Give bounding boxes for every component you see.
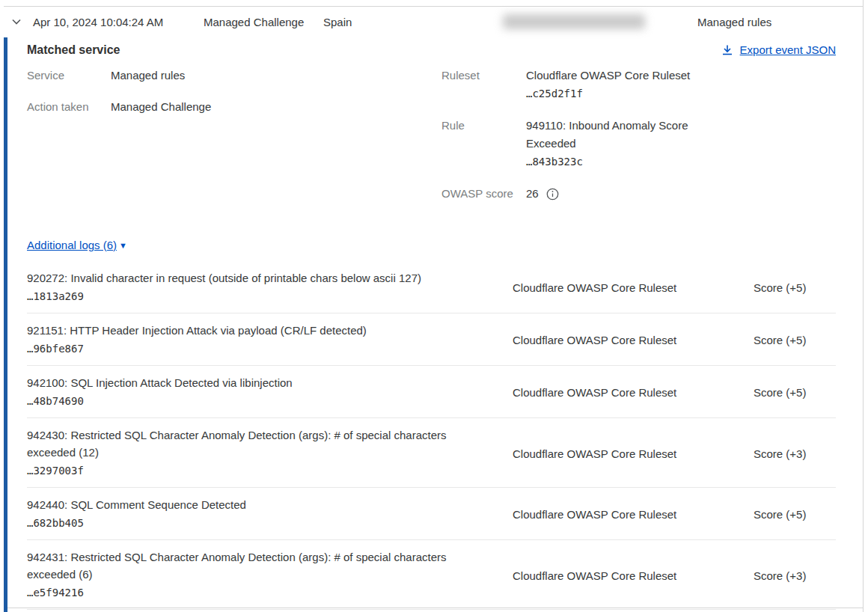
- log-description: 920272: Invalid character in request (ou…: [27, 269, 483, 287]
- event-summary-row[interactable]: Apr 10, 2024 10:04:24 AM Managed Challen…: [4, 6, 864, 37]
- panel-title: Matched service: [27, 43, 120, 57]
- log-score: Score (+5): [754, 508, 836, 521]
- owasp-score-label: OWASP score: [441, 185, 526, 203]
- log-score: Score (+5): [754, 281, 836, 294]
- log-rule-id-hash: …48b74690: [27, 391, 483, 411]
- details-right-column: Ruleset Cloudflare OWASP Core Ruleset …c…: [441, 67, 713, 216]
- additional-logs-toggle[interactable]: Additional logs (6) ▼: [27, 239, 127, 251]
- log-score: Score (+5): [754, 386, 836, 399]
- download-icon: [721, 44, 733, 56]
- log-description-column: 921151: HTTP Header Injection Attack via…: [27, 322, 513, 358]
- log-rule-id-hash: …3297003f: [27, 461, 483, 480]
- log-description-column: 942440: SQL Comment Sequence Detected …6…: [27, 496, 513, 533]
- log-description: 942100: SQL Injection Attack Detected vi…: [27, 374, 483, 391]
- next-row-top-border: [7, 608, 864, 608]
- log-description: 942430: Restricted SQL Character Anomaly…: [27, 426, 483, 461]
- event-detail-panel: Matched service Export event JSON Servic…: [7, 36, 863, 612]
- service-label: Service: [27, 67, 111, 85]
- log-rule-id-hash: …96bfe867: [27, 339, 483, 358]
- rule-label: Rule: [441, 117, 526, 171]
- additional-logs-list: 920272: Invalid character in request (ou…: [27, 261, 836, 610]
- log-ruleset: Cloudflare OWASP Core Ruleset: [513, 281, 754, 294]
- log-description: 942431: Restricted SQL Character Anomaly…: [27, 548, 483, 583]
- log-description: 942440: SQL Comment Sequence Detected: [27, 496, 483, 513]
- rule-id-hash: …843b323c: [526, 153, 713, 171]
- log-ruleset: Cloudflare OWASP Core Ruleset: [513, 569, 754, 582]
- ruleset-id-hash: …c25d2f1f: [526, 85, 713, 103]
- log-row: 921151: HTTP Header Injection Attack via…: [27, 313, 836, 366]
- ruleset-value: Cloudflare OWASP Core Ruleset: [526, 67, 713, 85]
- table-right-border: [863, 0, 864, 612]
- log-rule-id-hash: …1813a269: [27, 287, 483, 306]
- owasp-score-value: 26: [526, 185, 539, 203]
- dropdown-triangle-icon: ▼: [119, 241, 127, 250]
- log-row: 942440: SQL Comment Sequence Detected …6…: [27, 488, 836, 540]
- matched-service-details: Service Managed rules Action taken Manag…: [27, 67, 836, 216]
- rule-value: 949110: Inbound Anomaly Score Exceeded: [526, 117, 713, 153]
- chevron-down-icon[interactable]: [10, 16, 22, 28]
- log-description-column: 942431: Restricted SQL Character Anomaly…: [27, 548, 513, 602]
- security-event-expanded-row: Apr 10, 2024 10:04:24 AM Managed Challen…: [0, 0, 868, 612]
- additional-logs-label: Additional logs (6): [27, 239, 117, 251]
- log-row: 942430: Restricted SQL Character Anomaly…: [27, 418, 836, 488]
- ruleset-label: Ruleset: [441, 67, 526, 103]
- log-score: Score (+5): [754, 334, 836, 346]
- log-score: Score (+3): [754, 447, 836, 460]
- event-timestamp: Apr 10, 2024 10:04:24 AM: [33, 16, 204, 28]
- log-score: Score (+3): [754, 569, 836, 582]
- log-ruleset: Cloudflare OWASP Core Ruleset: [513, 508, 754, 521]
- log-description-column: 920272: Invalid character in request (ou…: [27, 269, 513, 306]
- action-taken-value: Managed Challenge: [111, 98, 211, 116]
- action-taken-label: Action taken: [27, 98, 111, 116]
- details-left-column: Service Managed rules Action taken Manag…: [27, 67, 441, 216]
- export-link-label: Export event JSON: [740, 43, 836, 56]
- event-action: Managed Challenge: [204, 16, 323, 28]
- event-service: Managed rules: [697, 16, 771, 28]
- log-rule-id-hash: …682bb405: [27, 513, 483, 533]
- log-row: 942431: Restricted SQL Character Anomaly…: [27, 540, 836, 610]
- log-row: 920272: Invalid character in request (ou…: [27, 261, 836, 313]
- log-rule-id-hash: …e5f94216: [27, 583, 483, 602]
- export-event-json-link[interactable]: Export event JSON: [721, 43, 836, 56]
- log-description-column: 942430: Restricted SQL Character Anomaly…: [27, 426, 513, 480]
- event-country: Spain: [323, 16, 503, 28]
- log-ruleset: Cloudflare OWASP Core Ruleset: [513, 447, 754, 460]
- log-description: 921151: HTTP Header Injection Attack via…: [27, 322, 483, 339]
- log-ruleset: Cloudflare OWASP Core Ruleset: [513, 386, 754, 399]
- log-ruleset: Cloudflare OWASP Core Ruleset: [513, 334, 754, 346]
- log-row: 942100: SQL Injection Attack Detected vi…: [27, 366, 836, 418]
- info-icon[interactable]: [546, 188, 559, 201]
- redacted-value: [503, 14, 645, 29]
- log-description-column: 942100: SQL Injection Attack Detected vi…: [27, 374, 513, 411]
- service-value: Managed rules: [111, 67, 185, 85]
